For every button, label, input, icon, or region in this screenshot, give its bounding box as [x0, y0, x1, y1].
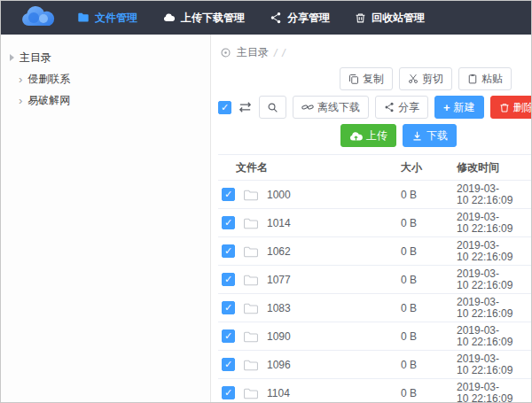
row-checkbox[interactable]: ✓	[222, 386, 235, 399]
check-icon: ✓	[221, 103, 229, 112]
search-icon	[267, 102, 278, 113]
column-header-modified: 修改时间	[457, 162, 531, 174]
chevron-right-icon: ›	[19, 74, 22, 85]
delete-button[interactable]: 删除	[490, 96, 531, 119]
file-modified-line2: 10 22:16:09	[457, 393, 531, 403]
toolbar-transfer-row: 上传 下载	[218, 124, 531, 147]
sidebar-item-1[interactable]: › 侵删联系	[1, 68, 210, 89]
file-name[interactable]: 1000	[267, 189, 291, 201]
nav-recycle-bin-management[interactable]: 回收站管理	[355, 11, 425, 26]
row-checkbox[interactable]: ✓	[222, 301, 235, 314]
folder-outline-icon	[243, 302, 259, 314]
download-button[interactable]: 下载	[403, 124, 457, 147]
file-size: 0 B	[401, 189, 457, 201]
check-icon: ✓	[224, 190, 232, 199]
breadcrumb-current[interactable]: 主目录	[237, 45, 269, 60]
scissors-icon	[408, 74, 419, 84]
check-icon: ✓	[224, 246, 232, 256]
folder-icon	[77, 12, 90, 24]
nav-item-label: 上传下载管理	[181, 11, 245, 26]
table-row[interactable]: ✓ 1104 0 B 2019-03- 10 22:16:09	[218, 379, 531, 402]
file-modified-line1: 2019-03-	[457, 240, 531, 252]
home-icon	[220, 47, 231, 58]
file-modified-line1: 2019-03-	[457, 382, 531, 393]
row-checkbox[interactable]: ✓	[222, 358, 235, 371]
toolbar-actions-row: ✓ 离线下载 分享 + 新建 删	[218, 96, 531, 119]
row-checkbox[interactable]: ✓	[222, 216, 235, 229]
copy-icon	[348, 74, 359, 84]
app-window: 文件管理 上传下载管理 分享管理 回收站管理 主目录 ›	[0, 0, 532, 403]
create-new-button[interactable]: + 新建	[434, 96, 484, 119]
select-all-checkbox[interactable]: ✓	[218, 101, 231, 114]
nav-file-management[interactable]: 文件管理	[77, 11, 137, 26]
file-modified-line1: 2019-03-	[457, 268, 531, 280]
copy-button[interactable]: 复制	[340, 67, 393, 90]
row-checkbox[interactable]: ✓	[222, 273, 235, 286]
table-row[interactable]: ✓ 1000 0 B 2019-03- 10 22:16:09	[218, 181, 531, 209]
cloud-logo-icon	[14, 5, 64, 30]
file-name[interactable]: 1104	[267, 387, 290, 399]
upload-button[interactable]: 上传	[340, 124, 396, 147]
file-modified-line2: 10 22:16:09	[457, 308, 531, 320]
file-name[interactable]: 1014	[267, 217, 291, 229]
row-checkbox[interactable]: ✓	[222, 244, 235, 258]
file-size: 0 B	[401, 274, 457, 286]
file-modified-line2: 10 22:16:09	[457, 365, 531, 376]
file-size: 0 B	[401, 302, 457, 314]
breadcrumb-separator: /	[274, 47, 277, 59]
file-modified-line2: 10 22:16:09	[457, 195, 531, 206]
file-name[interactable]: 1083	[267, 302, 291, 314]
file-modified: 2019-03- 10 22:16:09	[457, 212, 531, 235]
file-name[interactable]: 1062	[267, 245, 291, 258]
nav-item-label: 文件管理	[95, 11, 137, 26]
cloud-upload-icon	[349, 130, 363, 142]
plus-icon: +	[443, 102, 450, 113]
table-row[interactable]: ✓ 1062 0 B 2019-03- 10 22:16:09	[218, 237, 531, 266]
share-button[interactable]: 分享	[375, 96, 428, 119]
swap-arrows-icon[interactable]	[238, 101, 253, 113]
file-modified: 2019-03- 10 22:16:09	[457, 353, 531, 376]
nav-item-label: 回收站管理	[372, 11, 425, 26]
file-modified: 2019-03- 10 22:16:09	[457, 183, 531, 206]
file-name[interactable]: 1077	[267, 274, 291, 286]
nav-share-management[interactable]: 分享管理	[270, 11, 330, 26]
table-row[interactable]: ✓ 1096 0 B 2019-03- 10 22:16:09	[218, 351, 531, 379]
column-header-size: 大小	[401, 160, 457, 175]
chevron-right-icon: ›	[19, 95, 22, 106]
search-button[interactable]	[259, 96, 286, 119]
row-checkbox[interactable]: ✓	[222, 188, 235, 201]
table-row[interactable]: ✓ 1077 0 B 2019-03- 10 22:16:09	[218, 266, 531, 294]
breadcrumb: 主目录 / /	[220, 45, 531, 60]
file-modified-line1: 2019-03-	[457, 297, 531, 308]
folder-outline-icon	[243, 245, 259, 258]
file-modified: 2019-03- 10 22:16:09	[457, 240, 531, 263]
file-size: 0 B	[401, 245, 457, 258]
folder-outline-icon	[243, 359, 259, 371]
check-icon: ✓	[224, 275, 232, 284]
nav-upload-download-management[interactable]: 上传下载管理	[162, 11, 245, 26]
table-row[interactable]: ✓ 1014 0 B 2019-03- 10 22:16:09	[218, 209, 531, 237]
row-checkbox[interactable]: ✓	[222, 329, 235, 343]
share-icon	[270, 12, 282, 24]
folder-outline-icon	[243, 189, 259, 201]
offline-download-button[interactable]: 离线下载	[293, 96, 369, 119]
share-icon	[384, 102, 395, 112]
sidebar-item-2[interactable]: › 易破解网	[1, 89, 210, 111]
file-name[interactable]: 1090	[267, 330, 291, 343]
sidebar-item-main-directory[interactable]: 主目录	[1, 47, 210, 68]
table-row[interactable]: ✓ 1083 0 B 2019-03- 10 22:16:09	[218, 294, 531, 322]
file-table: 文件名 大小 修改时间 ✓ 1000 0 B	[218, 154, 531, 402]
paste-button[interactable]: 粘贴	[458, 67, 512, 90]
check-icon: ✓	[224, 331, 232, 341]
file-name[interactable]: 1096	[267, 359, 291, 371]
file-modified-line1: 2019-03-	[457, 212, 531, 223]
folder-outline-icon	[243, 274, 259, 286]
nav-item-label: 分享管理	[287, 11, 330, 26]
table-row[interactable]: ✓ 1090 0 B 2019-03- 10 22:16:09	[218, 322, 531, 351]
column-header-filename: 文件名	[218, 160, 401, 175]
file-size: 0 B	[401, 387, 457, 399]
directory-tree-sidebar: 主目录 › 侵删联系 › 易破解网	[1, 35, 211, 402]
folder-outline-icon	[243, 387, 259, 399]
cut-button[interactable]: 剪切	[399, 67, 452, 90]
file-size: 0 B	[401, 217, 457, 229]
